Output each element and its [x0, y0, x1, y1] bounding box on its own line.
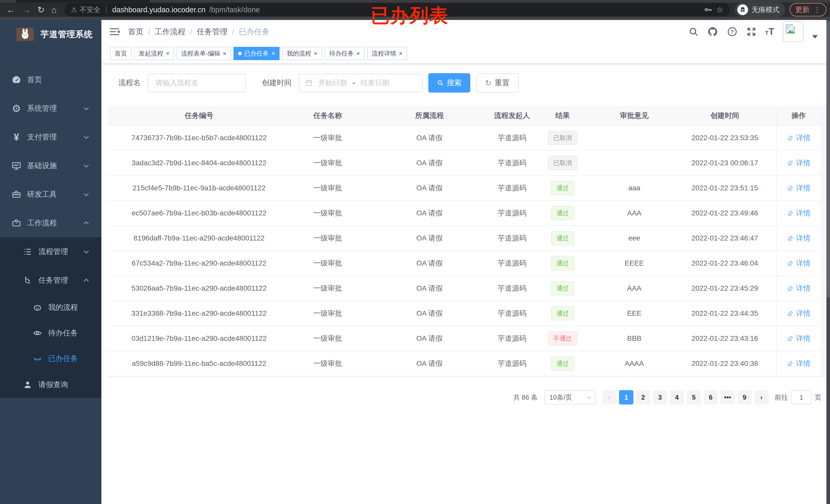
github-icon[interactable]	[707, 26, 718, 37]
breadcrumb-home[interactable]: 首页	[128, 27, 143, 37]
tab[interactable]: 流程详情 ×	[367, 47, 407, 60]
page-button[interactable]: 2	[636, 390, 650, 404]
tab-label: 流程详情	[372, 49, 396, 58]
tab[interactable]: 待办任务 ×	[325, 47, 364, 60]
detail-link[interactable]: 详情	[787, 308, 810, 318]
page-scrollbar[interactable]	[826, 20, 830, 504]
detail-label: 详情	[796, 233, 810, 243]
close-icon[interactable]: ×	[272, 51, 275, 57]
table-row: 03d1219e-7b9a-11ec-a290-acde48001122 一级审…	[107, 326, 826, 351]
breadcrumb-workflow[interactable]: 工作流程	[155, 27, 185, 37]
search-button[interactable]: 搜索	[428, 73, 470, 93]
close-icon[interactable]: ×	[314, 51, 317, 57]
page-button[interactable]: 6	[704, 390, 718, 404]
key-icon[interactable]	[704, 5, 712, 14]
tags-view-bar: 首页 × 发起流程 × 流程表单-编辑 × 已办任务	[101, 43, 830, 64]
sidebar-item-infra[interactable]: 基础设施	[0, 152, 101, 180]
cell-starter: 芋道源码	[494, 351, 530, 376]
sidebar-toggle-icon[interactable]	[109, 27, 120, 36]
tab[interactable]: 我的流程 ×	[282, 47, 322, 60]
sidebar-item-devtools[interactable]: 研发工具	[0, 180, 101, 209]
avatar[interactable]	[783, 22, 803, 42]
prev-page-button[interactable]: ‹	[602, 390, 616, 404]
sidebar-menu: 首页 ⚙ 系统管理 ¥ 支付管理 基础设施	[0, 66, 101, 398]
breadcrumb-current: 已办任务	[239, 27, 269, 37]
detail-link[interactable]: 详情	[787, 283, 810, 293]
sidebar-item-home[interactable]: 首页	[0, 66, 101, 94]
search-icon[interactable]	[689, 27, 699, 37]
cell-opinion	[595, 151, 673, 175]
detail-link[interactable]: 详情	[787, 334, 810, 343]
bookmark-star-icon[interactable]: ☆	[716, 5, 724, 14]
home-icon[interactable]: ⌂	[52, 5, 57, 15]
update-label: 更新	[795, 5, 809, 14]
reset-button[interactable]: ↻ 重置	[476, 73, 519, 93]
date-range-picker[interactable]: 开始日期 - 结束日期	[299, 74, 423, 92]
sidebar-item-label: 支付管理	[27, 132, 57, 142]
detail-link[interactable]: 详情	[787, 183, 810, 193]
refresh-icon: ↻	[485, 78, 491, 88]
browser-menu-icon[interactable]: ⋮	[813, 6, 821, 14]
breadcrumb-task-mgmt[interactable]: 任务管理	[197, 27, 228, 37]
sidebar-item-leave-query[interactable]: 请假查询	[0, 371, 101, 398]
close-icon[interactable]: ×	[166, 51, 169, 57]
close-icon[interactable]: ×	[223, 51, 226, 57]
cell-create-time: 2022-01-22 23:51:15	[673, 176, 776, 200]
security-label: 不安全	[79, 5, 100, 14]
browser-active-tab[interactable]	[16, 0, 150, 3]
page-button[interactable]: 1	[619, 390, 633, 404]
font-size-icon[interactable]: TT	[765, 26, 774, 37]
detail-link[interactable]: 详情	[787, 233, 810, 243]
page-button[interactable]: 4	[670, 390, 684, 404]
detail-link[interactable]: 详情	[787, 208, 810, 218]
tab[interactable]: 发起流程 ×	[134, 47, 174, 60]
sidebar: 芋道管理系统 首页 ⚙ 系统管理 ¥ 支付管理	[0, 20, 101, 504]
cell-task-id: 215cf4e5-7b9b-11ec-9a1b-acde48001122	[107, 176, 291, 200]
detail-link[interactable]: 详情	[787, 133, 810, 143]
scrollbar-thumb[interactable]	[827, 21, 830, 297]
sidebar-item-process-mgmt[interactable]: 流程管理	[0, 237, 101, 266]
page-size-select[interactable]: 10条/页	[544, 390, 596, 404]
sidebar-item-task-mgmt[interactable]: 任务管理	[0, 266, 101, 295]
table-scroll-gutter	[821, 106, 826, 376]
detail-label: 详情	[796, 283, 810, 293]
help-icon[interactable]: ?	[727, 26, 738, 37]
sidebar-item-system[interactable]: ⚙ 系统管理	[0, 94, 101, 123]
page-jumper-input[interactable]	[791, 390, 811, 404]
fullscreen-icon[interactable]	[746, 27, 757, 37]
sidebar-item-done-tasks[interactable]: 已办任务	[0, 346, 101, 371]
cell-task-name: 一级审批	[291, 226, 365, 250]
page-button[interactable]: 9	[737, 390, 752, 404]
close-icon[interactable]: ×	[399, 51, 403, 57]
page-button[interactable]: •••	[721, 390, 735, 404]
forward-icon[interactable]: →	[22, 5, 31, 15]
cell-task-id: 8196daff-7b9a-11ec-a290-acde48001122	[107, 226, 291, 250]
tab[interactable]: 首页 ×	[110, 47, 132, 60]
detail-link[interactable]: 详情	[787, 359, 810, 368]
page-button[interactable]: 3	[653, 390, 667, 404]
update-button[interactable]: 更新 ⋮	[790, 3, 826, 16]
cell-starter: 芋道源码	[494, 226, 530, 250]
process-name-input[interactable]	[148, 74, 246, 92]
broken-image-icon	[785, 23, 796, 35]
chevron-down-icon	[84, 191, 89, 196]
sidebar-item-payment[interactable]: ¥ 支付管理	[0, 123, 101, 152]
close-icon[interactable]: ×	[356, 51, 360, 57]
tab[interactable]: 已办任务 ×	[233, 47, 280, 60]
reload-icon[interactable]: ↻	[37, 5, 45, 15]
tab[interactable]: 流程表单-编辑 ×	[177, 47, 231, 60]
sidebar-item-todo-tasks[interactable]: 待办任务	[0, 320, 101, 346]
sidebar-item-workflow[interactable]: 工作流程	[0, 209, 101, 237]
cell-process: OA 请假	[365, 201, 494, 225]
page-button[interactable]: 5	[687, 390, 701, 404]
cell-starter: 芋道源码	[494, 201, 530, 225]
sidebar-item-my-process[interactable]: 我的流程	[0, 295, 101, 320]
logo-image	[17, 28, 34, 41]
detail-link[interactable]: 详情	[787, 158, 810, 168]
next-page-button[interactable]: ›	[754, 390, 769, 404]
detail-link[interactable]: 详情	[787, 258, 810, 268]
back-icon[interactable]: ←	[7, 5, 15, 15]
incognito-label: 无痕模式	[752, 5, 779, 14]
avatar-dropdown-caret[interactable]	[812, 35, 818, 39]
cell-opinion: EEE	[595, 301, 673, 326]
